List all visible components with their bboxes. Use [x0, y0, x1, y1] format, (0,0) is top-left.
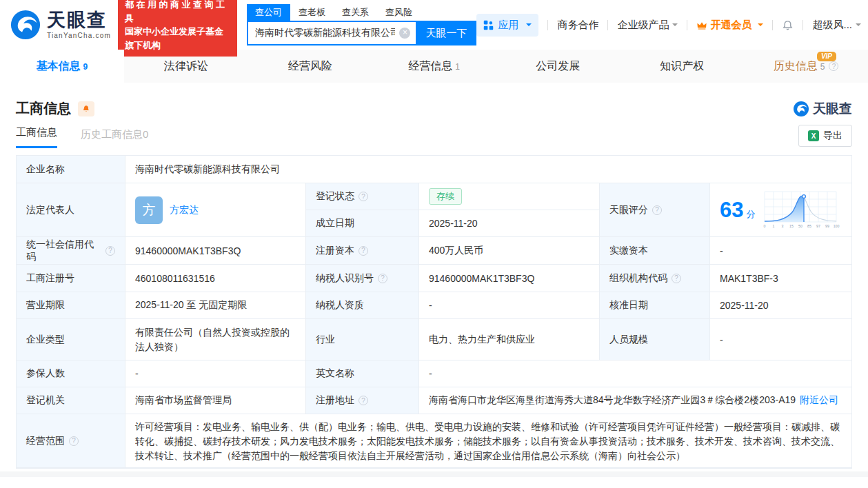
field-business-scope-value: 许可经营项目：发电业务、输电业务、供（配）电业务；输电、供电、受电电力设施的安装… [125, 414, 851, 468]
field-paid-capital-value: - [710, 237, 851, 265]
field-taxpayer-id-value: 91460000MAK1T3BF3Q [419, 265, 600, 292]
field-taxpayer-id-label: 纳税人识别号 [306, 265, 419, 292]
field-reg-address-value: 海南省海口市龙华区海垦街道海秀大道84号龙华数字经济产业园3＃综合楼2楼203-… [419, 387, 851, 414]
field-reg-capital-label: 注册资本 [306, 237, 419, 265]
legal-rep-avatar[interactable]: 方 [135, 196, 163, 224]
help-icon[interactable] [359, 192, 368, 201]
nav-cooperation[interactable]: 商务合作 [557, 19, 598, 32]
tab-intellectual-property[interactable]: 知识产权 [620, 50, 744, 83]
field-org-code-label: 组织机构代码 [600, 265, 710, 292]
logo-title: 天眼查 [47, 11, 111, 30]
watermark-brand: 天眼查 [793, 100, 852, 118]
tianyancha-watermark-icon [793, 101, 809, 117]
score-marker [803, 194, 806, 198]
export-button[interactable]: 导出 [798, 125, 852, 147]
search-input[interactable] [248, 22, 416, 44]
search-tab-risk[interactable]: 查风险 [377, 4, 421, 21]
help-icon[interactable] [829, 61, 838, 71]
field-org-code-value: MAK1T3BF-3 [710, 265, 851, 292]
subtab-history-business-info[interactable]: 历史工商信息0 [81, 128, 148, 148]
tab-history-info[interactable]: VIP 历史信息 5 [744, 50, 868, 83]
search-button[interactable]: 天眼一下 [416, 21, 476, 45]
divider [607, 20, 608, 30]
score-distribution-chart: 0 1 3 15 50 85 97 99 100 [760, 189, 840, 232]
svg-text:50: 50 [799, 224, 803, 228]
field-legal-rep-label: 法定代表人 [17, 183, 125, 237]
field-approval-date-label: 核准日期 [600, 292, 710, 319]
nav-super-risk[interactable]: 超级风... [812, 19, 861, 32]
field-reg-address-label: 注册地址 [306, 387, 419, 414]
help-icon[interactable] [378, 274, 387, 283]
subscribe-bell-icon[interactable] [78, 101, 94, 116]
tab-label: 经营信息 [408, 59, 452, 74]
field-reg-status-value: 存续 [419, 183, 600, 210]
field-reg-authority-label: 登记机关 [17, 387, 125, 414]
apps-label: 应用 [498, 19, 518, 32]
divider [772, 20, 773, 30]
tab-label: 历史信息 [774, 59, 818, 74]
section-header: 工商信息 天眼查 [0, 83, 868, 118]
tab-basic-info[interactable]: 基本信息 9 [0, 50, 124, 83]
search-tabs: 查公司 查老板 查关系 查风险 [247, 4, 477, 21]
field-reg-number-label: 工商注册号 [17, 265, 125, 292]
field-company-type-label: 企业类型 [17, 319, 125, 360]
chevron-down-icon [526, 23, 532, 29]
vip-badge: VIP [817, 52, 836, 61]
field-reg-status-label: 登记状态 [306, 183, 419, 210]
tianyancha-logo-icon [10, 9, 41, 41]
tab-label: 法律诉讼 [164, 59, 208, 74]
export-label: 导出 [823, 130, 842, 142]
svg-text:85: 85 [808, 224, 812, 228]
field-biz-term-value: 2025-11-20 至 无固定期限 [125, 292, 306, 319]
field-company-name-value: 海南时代零碳新能源科技有限公司 [125, 156, 851, 183]
score-number: 63 [720, 199, 743, 221]
help-icon[interactable] [359, 246, 368, 256]
notification-bell-icon[interactable] [782, 19, 794, 31]
subtab-business-info[interactable]: 工商信息 [16, 126, 57, 148]
tab-count: 9 [83, 62, 88, 72]
search-tab-boss[interactable]: 查老板 [290, 4, 334, 21]
company-nav-tabs: 基本信息 9 法律诉讼 经营风险 经营信息 1 公司发展 知识产权 VIP 历史… [0, 50, 868, 83]
nav-membership[interactable]: 开通会员 [696, 19, 763, 32]
business-info-table: 企业名称 海南时代零碳新能源科技有限公司 法定代表人 方 方宏达 登记状态 存续… [16, 155, 852, 469]
search-row: × 天眼一下 [247, 21, 477, 45]
tab-count: 5 [820, 62, 825, 72]
field-insured-count-value: - [125, 360, 306, 387]
nearby-companies-link[interactable]: 附近公司 [800, 394, 838, 407]
field-reg-authority-value: 海南省市场监督管理局 [125, 387, 306, 414]
help-icon[interactable] [69, 436, 79, 446]
field-est-date-value: 2025-11-20 [419, 210, 600, 237]
page-bottom-strip [0, 471, 868, 477]
svg-text:0: 0 [764, 224, 766, 228]
tab-operation-risk[interactable]: 经营风险 [248, 50, 372, 83]
header-nav: 应用 商务合作 企业级产品 开通会员 超级风... [476, 14, 861, 37]
apps-menu[interactable]: 应用 [476, 14, 538, 37]
tianyancha-logo[interactable]: 天眼查 TianYanCha.com [10, 9, 111, 41]
nav-membership-label: 开通会员 [710, 19, 751, 32]
tab-operation-info[interactable]: 经营信息 1 [372, 50, 496, 83]
search-tab-relation[interactable]: 查关系 [334, 4, 377, 21]
field-taxpayer-quality-label: 纳税人资质 [306, 292, 419, 319]
section-title: 工商信息 [16, 99, 71, 118]
grid-icon [483, 20, 494, 30]
slogan-badge: 都在用的商业查询工具 国家中小企业发展子基金旗下机构 [118, 0, 237, 57]
slogan-line1: 都在用的商业查询工具 [125, 0, 230, 25]
field-approval-date-value: 2025-11-20 [710, 292, 851, 319]
field-industry-value: 电力、热力生产和供应业 [419, 319, 600, 360]
tab-company-development[interactable]: 公司发展 [496, 50, 620, 83]
field-business-scope-label: 经营范围 [17, 414, 125, 468]
help-icon[interactable] [652, 205, 662, 215]
subtabs-row: 工商信息 历史工商信息0 导出 [0, 118, 868, 148]
tab-legal-proceedings[interactable]: 法律诉讼 [124, 50, 248, 83]
help-icon[interactable] [359, 396, 368, 405]
field-credit-code-label: 统一社会信用代码 [17, 237, 125, 265]
nav-enterprise[interactable]: 企业级产品 [617, 19, 678, 32]
legal-rep-link[interactable]: 方宏达 [170, 204, 199, 216]
search-input-wrap: × [247, 21, 416, 45]
help-icon[interactable] [105, 246, 115, 256]
help-icon[interactable] [672, 274, 681, 283]
status-badge: 存续 [429, 188, 462, 205]
search-tab-company[interactable]: 查公司 [247, 4, 290, 21]
chevron-down-icon [856, 23, 861, 29]
chevron-down-icon [758, 23, 763, 29]
